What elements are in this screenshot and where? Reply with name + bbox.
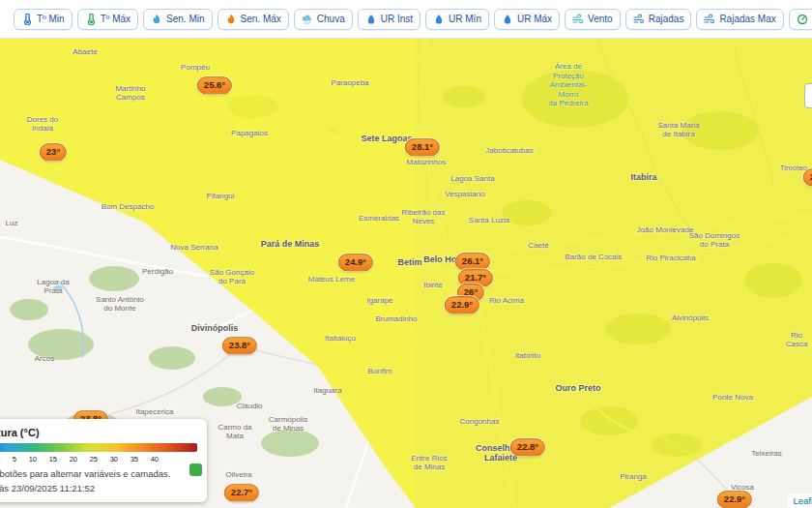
toolbar-button-sen-m-x[interactable]: Sen. Máx (218, 9, 289, 30)
thermometer-up-icon (85, 14, 97, 25)
legend-title: Temperatura (°C) (0, 427, 197, 438)
legend-tick-label: 20 (70, 455, 77, 463)
wind-icon (704, 14, 715, 25)
legend-card: Temperatura (°C) 0510152025303540 Clique… (0, 419, 207, 502)
toolbar-button-label: UR Mín (449, 14, 481, 24)
map-canvas[interactable]: AbaetéPompéuMartinho CamposParaopebaPapa… (0, 39, 812, 508)
droplet-icon (365, 14, 377, 25)
temperature-marker[interactable]: 26.1° (455, 253, 490, 270)
zoom-in-button[interactable]: + (804, 83, 812, 108)
rain-cloud-icon (302, 14, 313, 25)
toolbar-button-label: Rajadas Max (719, 14, 775, 24)
temperature-marker[interactable]: 22.8° (510, 438, 545, 456)
toolbar-button-label: Chuva (317, 14, 345, 24)
legend-badge-icon[interactable] (189, 463, 202, 476)
toolbar-button-ur-m-x[interactable]: UR Máx (494, 9, 560, 30)
variables-toolbar: Tº MinTº MáxSen. MinSen. MáxChuvaUR Inst… (0, 0, 812, 39)
legend-tick-label: 5 (13, 455, 16, 463)
droplet-icon (502, 14, 513, 25)
flame-min-icon (151, 14, 162, 25)
wind-icon (633, 14, 645, 25)
legend-tick-label: 35 (130, 455, 138, 463)
legend-tick-label: 30 (110, 455, 118, 463)
toolbar-button-t-min[interactable]: Tº Min (14, 9, 72, 30)
temperature-marker[interactable]: 22.9° (717, 491, 752, 508)
legend-help-text: Clique nos botões para alternar variávei… (0, 468, 197, 479)
legend-tick-label: 40 (151, 455, 159, 463)
map-attribution: Leaflet (788, 493, 812, 508)
legend-tick-label: 15 (49, 455, 57, 463)
temperature-marker[interactable]: 24.9° (338, 254, 373, 271)
toolbar-button-label: Rajadas (649, 14, 684, 24)
toolbar-button-ur-m-n[interactable]: UR Mín (425, 9, 489, 30)
wind-icon (572, 14, 584, 25)
thermometer-down-icon (21, 14, 33, 25)
toolbar-button-label: UR Máx (517, 14, 552, 24)
legend-tick-label: 25 (90, 455, 98, 463)
toolbar-button-press-o[interactable]: Pressão (789, 9, 812, 30)
weather-map-app: Tº MinTº MáxSen. MinSen. MáxChuvaUR Inst… (0, 0, 812, 508)
toolbar-button-rajadas-max[interactable]: Rajadas Max (696, 9, 783, 30)
temperature-marker[interactable]: 23.8° (222, 337, 257, 354)
leaflet-link[interactable]: Leaflet (793, 495, 812, 506)
temperature-marker[interactable]: 23° (40, 143, 67, 161)
temperature-marker[interactable]: 28° (803, 168, 812, 186)
toolbar-button-sen-min[interactable]: Sen. Min (143, 9, 212, 30)
toolbar-button-label: Tº Min (37, 14, 65, 24)
toolbar-button-vento[interactable]: Vento (565, 9, 621, 30)
legend-gradient-bar (0, 443, 197, 452)
flame-max-icon (225, 14, 237, 25)
toolbar-button-rajadas[interactable]: Rajadas (625, 9, 692, 30)
legend-scale-ticks: 0510152025303540 (0, 455, 159, 463)
toolbar-button-t-m-x[interactable]: Tº Máx (77, 9, 138, 30)
toolbar-button-ur-inst[interactable]: UR Inst (358, 9, 420, 30)
temperature-marker[interactable]: 28.1° (405, 138, 440, 156)
toolbar-button-label: Vento (588, 14, 613, 24)
toolbar-button-label: Tº Máx (101, 14, 130, 24)
toolbar-button-label: Sen. Min (166, 14, 204, 24)
temperature-marker[interactable]: 22.7° (224, 484, 259, 501)
toolbar-button-label: UR Inst (381, 14, 413, 24)
toolbar-button-chuva[interactable]: Chuva (294, 9, 353, 30)
gauge-icon (797, 14, 808, 25)
toolbar-button-label: Sen. Máx (241, 14, 281, 24)
legend-tick-label: 10 (29, 455, 37, 463)
temperature-marker[interactable]: 22.9° (445, 296, 479, 314)
legend-updated-text: Atualizado às 23/09/2025 11:21:52 (0, 483, 197, 493)
temperature-marker[interactable]: 25.6° (197, 76, 232, 94)
droplet-icon (433, 14, 445, 25)
